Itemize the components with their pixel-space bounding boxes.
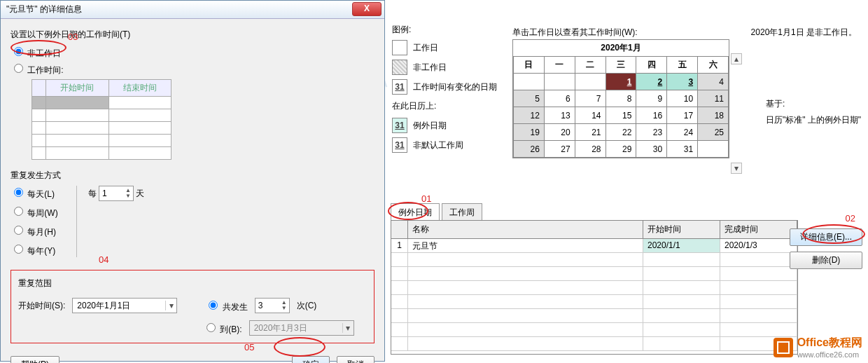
- logo-icon: [774, 338, 793, 357]
- radio-until[interactable]: 到(B):: [203, 321, 242, 336]
- close-icon[interactable]: X: [352, 2, 382, 16]
- swatch-exception: 31: [392, 118, 407, 133]
- until-date-dropdown: 2020年1月3日▾: [249, 320, 354, 336]
- details-dialog: "元旦节" 的详细信息 X 设置以下例外日期的工作时间(T) 非工作日 工作时间…: [0, 0, 385, 362]
- delete-button[interactable]: 删除(D): [790, 252, 862, 269]
- radio-yearly[interactable]: 每年(Y): [10, 242, 58, 257]
- set-worktime-label: 设置以下例外日期的工作时间(T): [10, 29, 374, 41]
- start-date-dropdown[interactable]: 2020年1月1日▾: [72, 298, 177, 313]
- cal-next-icon[interactable]: ▾: [731, 163, 742, 174]
- radio-weekly[interactable]: 每周(W): [10, 205, 58, 219]
- recurrence-label: 重复发生方式: [10, 170, 374, 182]
- calendar-panel: 图例: 工作日 非工作日 31工作时间有变化的日期 在此日历上: 31例外日期 …: [386, 0, 868, 363]
- tab-workweek[interactable]: 工作周: [442, 203, 482, 221]
- tab-exceptions[interactable]: 例外日期: [391, 203, 440, 221]
- help-button[interactable]: 帮助(P): [10, 356, 59, 363]
- range-label: 重复范围: [18, 278, 367, 289]
- exceptions-grid[interactable]: 名称 开始时间 完成时间 1 元旦节 2020/1/1 2020/1/3: [391, 220, 798, 355]
- date-status: 2020年1月1日 是非工作日。: [751, 27, 857, 39]
- details-button[interactable]: 详细信息(E)...: [790, 228, 862, 246]
- swatch-nondefweek: 31: [392, 137, 407, 153]
- range-box: 重复范围 开始时间(S): 2020年1月1日▾ 共发生 ▲▼ 次(C) 到(B…: [10, 270, 374, 343]
- dialog-title: "元旦节" 的详细信息: [1, 1, 384, 19]
- every-n-days-input[interactable]: ▲▼: [99, 186, 134, 201]
- start-time-label: 开始时间(S):: [18, 300, 65, 312]
- radio-worktime[interactable]: 工作时间:: [10, 65, 64, 75]
- radio-monthly[interactable]: 每月(H): [10, 224, 58, 238]
- radio-nonworkday[interactable]: 非工作日: [10, 48, 61, 58]
- swatch-nonworkday: [392, 60, 407, 75]
- swatch-workday: [392, 40, 407, 55]
- occurrences-input[interactable]: ▲▼: [255, 298, 290, 313]
- calendar-hint: 单击工作日以查看其工作时间(W):: [512, 27, 638, 39]
- legend-label: 图例:: [392, 24, 497, 36]
- ok-button[interactable]: 确定: [292, 356, 330, 363]
- worktime-grid[interactable]: 开始时间结束时间: [31, 79, 172, 160]
- swatch-editedwork: 31: [392, 79, 407, 95]
- radio-daily[interactable]: 每天(L): [10, 186, 58, 200]
- table-row[interactable]: 1 元旦节 2020/1/1 2020/1/3: [391, 239, 797, 253]
- logo: Office教程网www.office26.com: [774, 336, 862, 359]
- cal-prev-icon[interactable]: ▴: [731, 53, 742, 64]
- radio-occurrences[interactable]: 共发生: [205, 299, 247, 313]
- month-calendar[interactable]: 2020年1月 日一二三四五六 1234 567891011 121314151…: [512, 39, 729, 158]
- cancel-button[interactable]: 取消: [337, 356, 374, 363]
